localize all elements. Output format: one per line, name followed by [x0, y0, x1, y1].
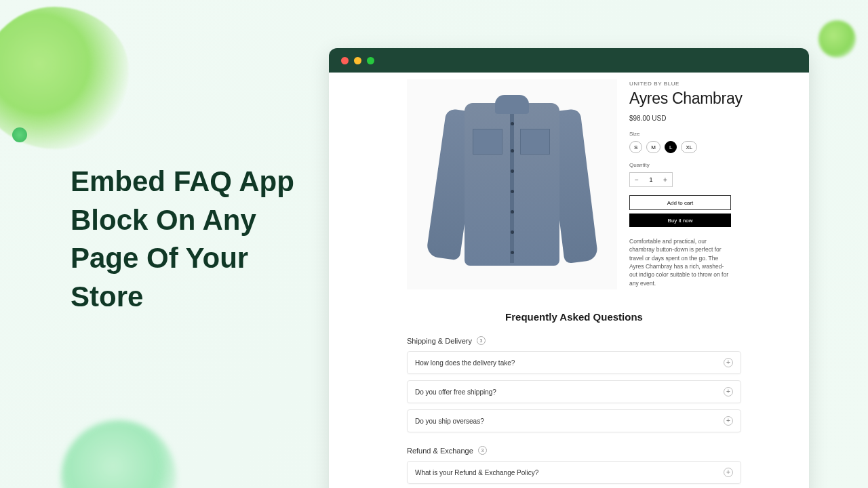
quantity-stepper: − 1 +	[629, 172, 673, 187]
size-label: Size	[629, 131, 795, 137]
quantity-increase-button[interactable]: +	[658, 176, 672, 184]
window-titlebar	[329, 48, 809, 73]
decorative-dot	[12, 127, 27, 142]
quantity-value: 1	[644, 176, 658, 183]
faq-item[interactable]: How long does the delivery take? +	[407, 351, 741, 374]
decorative-blob	[61, 420, 176, 488]
size-option-s[interactable]: S	[629, 141, 642, 153]
size-option-m[interactable]: M	[646, 141, 660, 153]
faq-question: How long does the delivery take?	[415, 359, 515, 367]
expand-icon: +	[724, 358, 733, 367]
faq-section: Frequently Asked Questions Shipping & De…	[342, 311, 795, 488]
faq-category-label: Refund & Exchange	[407, 447, 473, 455]
decorative-blob	[818, 20, 856, 58]
minimize-icon[interactable]	[354, 57, 361, 64]
faq-heading: Frequently Asked Questions	[407, 311, 741, 323]
faq-category-label: Shipping & Delivery	[407, 337, 472, 345]
faq-item[interactable]: Do you offer free shipping? +	[407, 380, 741, 403]
product-description: Comfortable and practical, our chambray …	[629, 237, 731, 287]
faq-category-refund: Refund & Exchange 3	[407, 446, 741, 455]
faq-item[interactable]: Do you ship overseas? +	[407, 409, 741, 432]
faq-question: Do you offer free shipping?	[415, 388, 496, 396]
maximize-icon[interactable]	[367, 57, 374, 64]
size-option-l[interactable]: L	[665, 141, 677, 153]
product-image	[407, 79, 617, 289]
add-to-cart-button[interactable]: Add to cart	[629, 195, 731, 210]
marketing-headline: Embed FAQ App Block On Any Page Of Your …	[71, 163, 315, 317]
faq-question: Do you ship overseas?	[415, 418, 484, 425]
faq-category-shipping: Shipping & Delivery 3	[407, 336, 741, 345]
faq-category-count: 3	[478, 446, 487, 455]
quantity-decrease-button[interactable]: −	[630, 176, 644, 184]
expand-icon: +	[724, 387, 733, 396]
faq-question: What is your Refund & Exchange Policy?	[415, 469, 538, 476]
product-brand: UNITED BY BLUE	[629, 81, 795, 87]
product-title: Ayres Chambray	[629, 89, 795, 108]
product-price: $98.00 USD	[629, 115, 795, 122]
faq-item[interactable]: What is your Refund & Exchange Policy? +	[407, 461, 741, 484]
size-option-xl[interactable]: XL	[681, 141, 697, 153]
browser-window: UNITED BY BLUE Ayres Chambray $98.00 USD…	[329, 48, 809, 488]
expand-icon: +	[724, 416, 733, 426]
quantity-label: Quantity	[629, 162, 795, 168]
page-content: UNITED BY BLUE Ayres Chambray $98.00 USD…	[329, 73, 809, 488]
close-icon[interactable]	[341, 57, 349, 64]
faq-category-count: 3	[477, 336, 486, 345]
expand-icon: +	[724, 468, 733, 477]
buy-now-button[interactable]: Buy it now	[629, 214, 731, 227]
size-selector: S M L XL	[629, 141, 795, 153]
